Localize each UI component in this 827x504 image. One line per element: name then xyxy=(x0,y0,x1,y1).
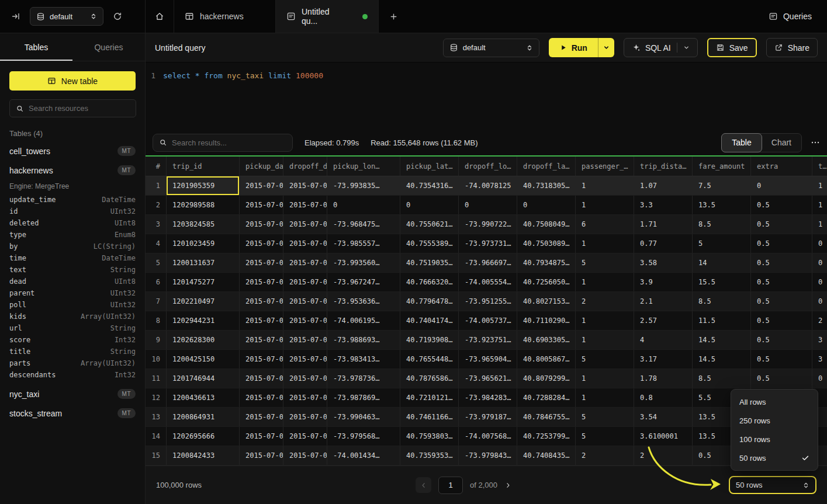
grid-cell[interactable]: 0 xyxy=(812,253,827,272)
column-header[interactable]: # xyxy=(146,157,167,176)
sidebar-table-stocks-stream[interactable]: stocks_stream MT xyxy=(0,404,145,423)
grid-cell[interactable]: -73.987869… xyxy=(327,388,400,407)
column-header[interactable]: pickup_lat… xyxy=(400,157,459,176)
grid-cell[interactable]: 14.5 xyxy=(693,350,751,369)
table-row[interactable]: 1212004366132015-07-01…2015-07-01…-73.98… xyxy=(146,388,827,408)
grid-cell[interactable]: 0.5 xyxy=(751,311,812,330)
rows-option-all-rows[interactable]: All rows xyxy=(731,392,818,411)
page-number-input[interactable] xyxy=(438,477,463,494)
prev-page-button[interactable] xyxy=(416,477,431,493)
column-header[interactable]: dropoff_la… xyxy=(517,157,576,176)
grid-cell[interactable]: 0.5 xyxy=(751,273,812,291)
sidebar-table-hackernews[interactable]: hackernews MT xyxy=(0,161,145,180)
grid-cell[interactable]: -73.923751… xyxy=(459,331,517,349)
grid-cell[interactable]: 1202628300 xyxy=(167,331,240,349)
table-row[interactable]: 412010234592015-07-01…2015-07-01…-73.985… xyxy=(146,234,827,253)
grid-cell[interactable]: 3 xyxy=(812,350,827,369)
table-row[interactable]: 1512008424332015-07-01…2015-07-01…-74.00… xyxy=(146,446,827,465)
grid-cell[interactable]: 1201023459 xyxy=(167,234,240,253)
grid-cell[interactable]: 40.6903305… xyxy=(517,331,576,349)
grid-cell[interactable]: -73.965621… xyxy=(459,369,517,388)
grid-cell[interactable]: 10 xyxy=(146,350,167,369)
grid-cell[interactable]: 1202989588 xyxy=(167,196,240,214)
grid-cell[interactable]: 2 xyxy=(146,196,167,214)
grid-cell[interactable]: 2015-07-01… xyxy=(283,176,327,195)
grid-cell[interactable]: -73.990463… xyxy=(327,408,400,426)
grid-cell[interactable]: 2015-07-01… xyxy=(283,234,327,253)
column-header[interactable]: trip_dista… xyxy=(634,157,693,176)
grid-cell[interactable]: 9 xyxy=(146,331,167,349)
collapse-sidebar-icon[interactable] xyxy=(9,9,23,23)
grid-cell[interactable]: 8.5 xyxy=(693,215,751,234)
database-selector[interactable]: default xyxy=(30,7,103,26)
grid-cell[interactable]: 1200436613 xyxy=(167,388,240,407)
view-toggle-chart[interactable]: Chart xyxy=(762,133,801,152)
grid-cell[interactable]: -74.0078125 xyxy=(459,176,517,195)
grid-cell[interactable]: 40.7318305… xyxy=(517,176,576,195)
grid-cell[interactable]: 6 xyxy=(146,273,167,291)
grid-cell[interactable]: 0 xyxy=(751,176,812,195)
grid-cell[interactable]: 1202944231 xyxy=(167,311,240,330)
rows-per-page-select[interactable]: 50 rows xyxy=(729,476,816,494)
grid-cell[interactable]: 0 xyxy=(517,196,576,214)
grid-cell[interactable]: 0 xyxy=(812,369,827,388)
grid-cell[interactable]: 2015-07-01… xyxy=(283,350,327,369)
chevron-down-icon[interactable] xyxy=(683,44,690,51)
column-header[interactable]: pickup_dat… xyxy=(240,157,283,176)
results-search-input[interactable] xyxy=(172,138,286,147)
rows-option-250-rows[interactable]: 250 rows xyxy=(731,411,818,430)
grid-cell[interactable]: 2 xyxy=(812,311,827,330)
grid-cell[interactable]: 1200131637 xyxy=(167,253,240,272)
run-button[interactable]: Run xyxy=(549,38,598,57)
grid-cell[interactable]: -73.979568… xyxy=(327,427,400,446)
grid-cell[interactable]: 1 xyxy=(576,369,634,388)
table-row[interactable]: 612014752772015-07-01…2015-07-01…-73.967… xyxy=(146,273,827,292)
grid-cell[interactable]: 1 xyxy=(146,176,167,195)
grid-cell[interactable]: -74.007568… xyxy=(459,427,517,446)
grid-cell[interactable]: 2.57 xyxy=(634,311,693,330)
table-row[interactable]: 1312008649312015-07-01…2015-07-01…-73.99… xyxy=(146,408,827,427)
grid-cell[interactable]: 2015-07-01… xyxy=(240,292,283,311)
grid-cell[interactable]: -73.967247… xyxy=(327,273,400,291)
sql-ai-button[interactable]: SQL AI xyxy=(624,38,698,57)
grid-cell[interactable]: 1 xyxy=(576,273,634,291)
rows-option-100-rows[interactable]: 100 rows xyxy=(731,430,818,449)
new-table-button[interactable]: New table xyxy=(9,71,136,91)
grid-cell[interactable]: 1 xyxy=(576,234,634,253)
grid-cell[interactable]: -73.993560… xyxy=(327,253,400,272)
grid-cell[interactable]: 13.5 xyxy=(693,196,751,214)
grid-cell[interactable]: 40.8005867… xyxy=(517,350,576,369)
results-more-icon[interactable] xyxy=(811,138,820,147)
resources-search-input[interactable] xyxy=(29,104,132,113)
grid-cell[interactable]: -74.005737… xyxy=(459,311,517,330)
column-header[interactable]: extra xyxy=(751,157,812,176)
grid-cell[interactable]: 3 xyxy=(812,331,827,349)
grid-cell[interactable]: 1 xyxy=(576,331,634,349)
table-row[interactable]: 912026283002015-07-01…2015-07-01…-73.988… xyxy=(146,331,827,350)
grid-cell[interactable]: 2015-07-01… xyxy=(283,292,327,311)
grid-cell[interactable]: 1 xyxy=(812,215,827,234)
column-header[interactable]: t… xyxy=(812,157,827,176)
grid-cell[interactable]: -73.988693… xyxy=(327,331,400,349)
grid-cell[interactable]: 2 xyxy=(634,446,693,465)
share-button[interactable]: Share xyxy=(766,38,818,57)
grid-cell[interactable]: 40.7193908… xyxy=(400,331,459,349)
table-row[interactable]: 312038245852015-07-01…2015-07-01…-73.968… xyxy=(146,215,827,234)
grid-cell[interactable]: 1202695666 xyxy=(167,427,240,446)
sidebar-tab-queries[interactable]: Queries xyxy=(72,33,145,61)
sidebar-table-nyc-taxi[interactable]: nyc_taxi MT xyxy=(0,384,145,404)
grid-cell[interactable]: 3 xyxy=(146,215,167,234)
grid-cell[interactable]: 1200842433 xyxy=(167,446,240,465)
grid-cell[interactable]: 40.7253799… xyxy=(517,427,576,446)
grid-cell[interactable]: 5 xyxy=(693,234,751,253)
grid-cell[interactable]: 2015-07-01… xyxy=(240,427,283,446)
grid-cell[interactable]: 1 xyxy=(576,311,634,330)
selected-cell[interactable]: 1201905359 xyxy=(167,176,240,195)
grid-cell[interactable]: 40.7408435… xyxy=(517,446,576,465)
grid-cell[interactable]: 2015-07-01… xyxy=(240,311,283,330)
grid-cell[interactable]: 40.7796478… xyxy=(400,292,459,311)
grid-cell[interactable]: 1 xyxy=(576,388,634,407)
grid-cell[interactable]: 40.7404174… xyxy=(400,311,459,330)
grid-cell[interactable]: -73.983413… xyxy=(327,350,400,369)
grid-cell[interactable]: 2015-07-01… xyxy=(240,388,283,407)
